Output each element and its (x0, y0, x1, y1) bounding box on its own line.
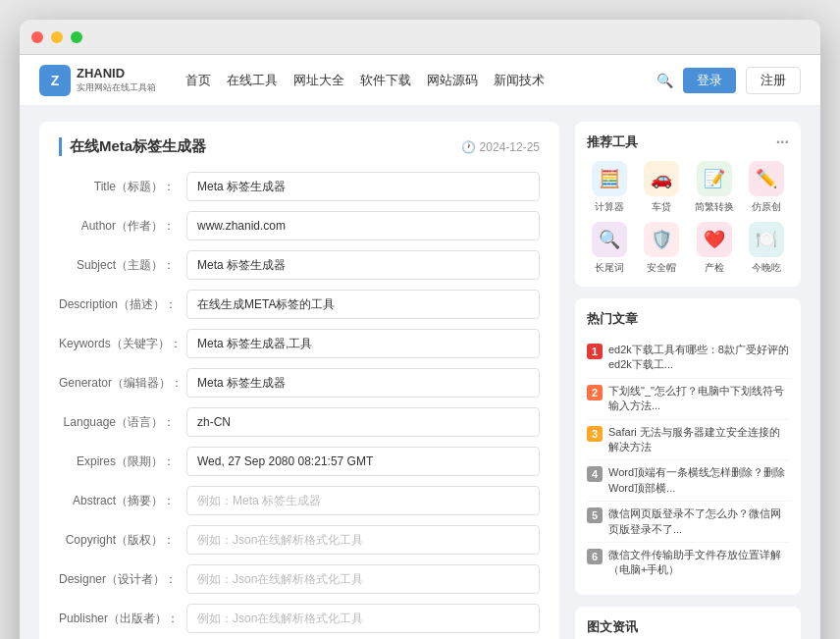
right-panel: 推荐工具 ··· 🧮 计算器 🚗 车贷 📝 简繁转换 ✏️ 仿原创 🔍 长尾词 … (575, 122, 801, 639)
tool-item-6[interactable]: ❤️ 产检 (692, 222, 737, 275)
header-right: 🔍 登录 注册 (656, 67, 801, 94)
hot-text-4: 微信网页版登录不了怎么办？微信网页版登录不了... (608, 506, 789, 537)
nav-tools[interactable]: 在线工具 (227, 72, 278, 89)
hot-item-0[interactable]: 1 ed2k下载工具有哪些：8款广受好评的ed2k下载工... (587, 338, 789, 379)
form-input-10[interactable] (186, 564, 540, 594)
tool-icon-7: 🍽️ (749, 222, 784, 257)
logo-text: ZHANID (77, 66, 156, 81)
hot-num-0: 1 (587, 344, 603, 359)
hot-num-3: 4 (587, 466, 603, 482)
tool-icon-4: 🔍 (592, 222, 627, 257)
maximize-button[interactable] (71, 31, 82, 43)
tool-label-6: 产检 (705, 261, 724, 275)
form-row: Language（语言）： (59, 407, 540, 437)
form-row: Author（作者）： (59, 211, 540, 240)
date-text: 2024-12-25 (480, 140, 540, 154)
hot-articles-title: 热门文章 (587, 310, 789, 328)
logo[interactable]: Z ZHANID 实用网站在线工具箱 (39, 65, 156, 96)
left-panel: 在线Meta标签生成器 🕐 2024-12-25 Title（标题）：Autho… (39, 122, 559, 639)
tool-item-2[interactable]: 📝 简繁转换 (692, 161, 737, 214)
nav-home[interactable]: 首页 (185, 72, 211, 89)
form-label-4: Keywords（关键字）： (59, 336, 186, 352)
hot-text-3: Word顶端有一条横线怎样删除？删除Word顶部横... (608, 465, 789, 496)
tool-icon-3: ✏️ (749, 161, 784, 196)
form-input-4[interactable] (186, 329, 540, 358)
form-label-1: Author（作者）： (59, 218, 186, 235)
form-label-3: Description（描述）： (59, 296, 186, 313)
hot-num-1: 2 (587, 385, 603, 400)
hot-num-5: 6 (587, 549, 603, 564)
logo-icon: Z (39, 65, 71, 96)
hot-articles-card: 热门文章 1 ed2k下载工具有哪些：8款广受好评的ed2k下载工... 2 下… (575, 298, 801, 595)
tool-icon-5: 🛡️ (644, 222, 679, 257)
panel-date: 🕐 2024-12-25 (461, 140, 540, 154)
form-row: Copyright（版权）： (59, 525, 540, 555)
close-button[interactable] (31, 31, 43, 43)
form-row: Expires（限期）： (59, 447, 540, 476)
form-row: Title（标题）： (59, 172, 540, 201)
hot-item-4[interactable]: 5 微信网页版登录不了怎么办？微信网页版登录不了... (587, 502, 789, 543)
hot-num-2: 3 (587, 426, 603, 442)
tool-label-3: 仿原创 (752, 200, 781, 214)
form-input-8[interactable] (186, 486, 540, 515)
form-row: Publisher（出版者）： (59, 604, 540, 633)
tool-item-5[interactable]: 🛡️ 安全帽 (640, 222, 685, 275)
form-input-9[interactable] (186, 525, 540, 555)
tool-icon-2: 📝 (697, 161, 732, 196)
form-input-7[interactable] (186, 447, 540, 476)
hot-item-3[interactable]: 4 Word顶端有一条横线怎样删除？删除Word顶部横... (587, 460, 789, 502)
panel-title: 在线Meta标签生成器 🕐 2024-12-25 (59, 137, 540, 156)
tool-icon-6: ❤️ (697, 222, 732, 257)
hot-item-5[interactable]: 6 微信文件传输助手文件存放位置详解（电脑+手机） (587, 543, 789, 583)
tool-item-3[interactable]: ✏️ 仿原创 (745, 161, 790, 214)
tool-item-1[interactable]: 🚗 车贷 (640, 161, 685, 214)
form-input-0[interactable] (186, 172, 540, 201)
minimize-button[interactable] (51, 31, 63, 43)
form-row: Designer（设计者）： (59, 564, 540, 594)
form-fields: Title（标题）：Author（作者）：Subject（主题）：Descrip… (59, 172, 540, 639)
form-input-1[interactable] (186, 211, 540, 240)
hot-item-2[interactable]: 3 Safari 无法与服务器建立安全连接的解决方法 (587, 420, 789, 461)
form-label-10: Designer（设计者）： (59, 571, 186, 588)
nav-software[interactable]: 软件下载 (360, 72, 411, 89)
titlebar (20, 20, 820, 55)
form-input-11[interactable] (186, 604, 540, 633)
form-row: Subject（主题）： (59, 250, 540, 280)
recommended-title: 推荐工具 ··· (587, 133, 789, 151)
form-input-3[interactable] (186, 290, 540, 319)
tool-item-0[interactable]: 🧮 计算器 (587, 161, 632, 214)
nav-news[interactable]: 新闻技术 (494, 72, 545, 89)
tool-label-0: 计算器 (595, 200, 624, 214)
recommended-tools-card: 推荐工具 ··· 🧮 计算器 🚗 车贷 📝 简繁转换 ✏️ 仿原创 🔍 长尾词 … (575, 122, 801, 287)
hot-text-2: Safari 无法与服务器建立安全连接的解决方法 (608, 425, 789, 455)
tools-grid: 🧮 计算器 🚗 车贷 📝 简繁转换 ✏️ 仿原创 🔍 长尾词 🛡️ 安全帽 ❤️… (587, 161, 789, 275)
tool-label-5: 安全帽 (647, 261, 676, 275)
form-row: Generator（编辑器）： (59, 368, 540, 398)
login-button[interactable]: 登录 (683, 68, 736, 93)
search-icon[interactable]: 🔍 (656, 73, 673, 88)
nav-source[interactable]: 网站源码 (427, 72, 478, 89)
form-label-5: Generator（编辑器）： (59, 375, 186, 392)
tool-label-7: 今晚吃 (752, 261, 781, 275)
image-news-title: 图文资讯 (587, 618, 789, 636)
more-dot-icon[interactable]: ··· (776, 133, 789, 151)
hot-item-1[interactable]: 2 下划线"_"怎么打？电脑中下划线符号输入方法... (587, 379, 789, 420)
hot-text-5: 微信文件传输助手文件存放位置详解（电脑+手机） (608, 548, 789, 578)
hot-num-4: 5 (587, 507, 603, 523)
tool-item-4[interactable]: 🔍 长尾词 (587, 222, 632, 275)
form-input-5[interactable] (186, 368, 540, 398)
panel-title-text: 在线Meta标签生成器 (70, 137, 206, 156)
form-label-2: Subject（主题）： (59, 257, 186, 274)
tool-label-4: 长尾词 (595, 261, 624, 275)
header: Z ZHANID 实用网站在线工具箱 首页 在线工具 网址大全 软件下载 网站源… (20, 55, 820, 106)
form-label-0: Title（标题）： (59, 179, 186, 195)
main-content: 在线Meta标签生成器 🕐 2024-12-25 Title（标题）：Autho… (20, 106, 820, 639)
tool-icon-0: 🧮 (592, 161, 627, 196)
tool-icon-1: 🚗 (644, 161, 679, 196)
tool-item-7[interactable]: 🍽️ 今晚吃 (745, 222, 790, 275)
register-button[interactable]: 注册 (746, 67, 801, 94)
nav-sites[interactable]: 网址大全 (293, 72, 344, 89)
form-input-2[interactable] (186, 250, 540, 280)
form-input-6[interactable] (186, 407, 540, 437)
form-row: Keywords（关键字）： (59, 329, 540, 358)
